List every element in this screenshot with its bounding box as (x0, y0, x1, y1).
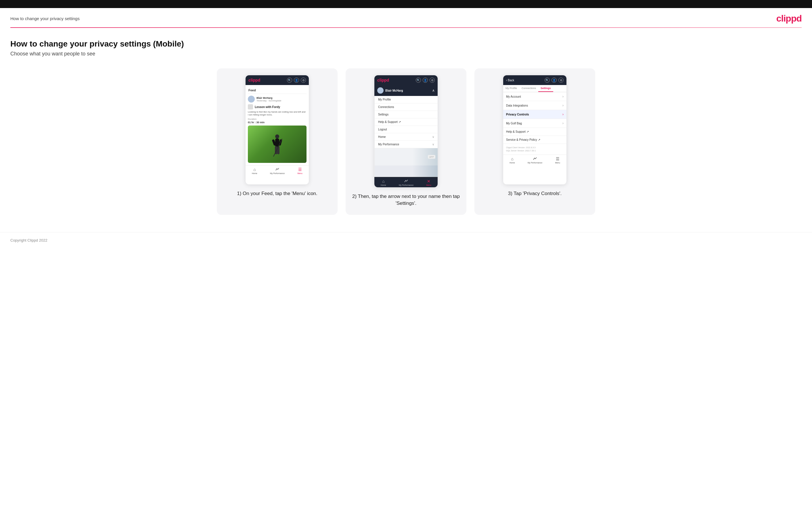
logo: clippd (776, 13, 802, 24)
home-label-3: Home (509, 162, 515, 164)
close-icon: ✕ (427, 179, 430, 183)
nav-home: ⌂ Home (252, 167, 257, 174)
page-title: How to change your privacy settings (Mob… (10, 39, 802, 49)
helpsupport-label: Help & Support ↗ (506, 130, 529, 133)
svg-point-0 (275, 134, 279, 138)
search-icon-3: 🔍 (545, 77, 550, 83)
profile-icon-2: 👤 (423, 77, 428, 83)
step-1-caption: 1) On your Feed, tap the 'Menu' icon. (237, 190, 317, 197)
lesson-icon (248, 104, 253, 109)
client-version: Clippd Client Version: 2022.8.3-3 (506, 146, 564, 149)
settings-icon-2: ⚙ (429, 77, 435, 83)
search-icon: 🔍 (287, 77, 292, 83)
tab-settings[interactable]: Settings (538, 85, 553, 92)
menu-overlay: My Profile Connections Settings Help & S… (374, 96, 438, 177)
back-button[interactable]: ‹ Back (506, 79, 514, 82)
lesson-title: Lesson with Fordy (255, 105, 280, 109)
home-label-2: Home (381, 184, 386, 186)
menu-user-name: Blair McHarg (385, 89, 403, 92)
performance-icon (275, 167, 280, 172)
menu-item-myprofile[interactable]: My Profile (375, 96, 438, 103)
menu-expand-icon: ∧ (432, 89, 435, 93)
top-bar (0, 0, 812, 8)
menu-icon: ☰ (298, 167, 302, 172)
lesson-desc: Looking to feel like my hands are exitin… (248, 111, 306, 117)
myaccount-label: My Account (506, 95, 521, 98)
nav-close[interactable]: ✕ Menu (426, 179, 431, 186)
steps-row: clippd 🔍 👤 ⚙ Feed Blair McHarg Yesterd (10, 68, 802, 215)
phone-2-bottombar: ⌂ Home My Performance ✕ Menu (374, 177, 438, 187)
duration-label: Duration (248, 118, 306, 120)
phone-2-logo: clippd (377, 78, 389, 82)
post-user-info: Blair McHarg Yesterday · Sunningdale (256, 97, 281, 102)
server-version: GQL Server Version: 2022.7.30-1 (506, 149, 564, 153)
menu-item-help[interactable]: Help & Support ↗ (375, 118, 438, 126)
home-label: Home (252, 172, 257, 174)
step-1-card: clippd 🔍 👤 ⚙ Feed Blair McHarg Yesterd (217, 68, 338, 215)
phone-3-bottombar: ⌂ Home My Performance ☰ Menu (503, 155, 566, 165)
golfer-silhouette (270, 134, 285, 163)
menu-item-settings[interactable]: Settings (375, 111, 438, 118)
menu-item-connections[interactable]: Connections (375, 103, 438, 111)
home-icon: ⌂ (253, 167, 256, 172)
menu-item-logout[interactable]: Logout (375, 126, 438, 133)
nav-menu-3[interactable]: ☰ Menu (555, 157, 560, 164)
nav-performance-3: My Performance (527, 157, 542, 164)
step-1-phone: clippd 🔍 👤 ⚙ Feed Blair McHarg Yesterd (246, 75, 309, 184)
step-3-phone: ‹ Back 🔍 👤 ⚙ My Profile Connections Sett… (503, 75, 566, 184)
performance-icon-3 (533, 157, 537, 161)
privacycontrols-label: Privacy Controls (506, 113, 529, 116)
settings-back-bar: ‹ Back 🔍 👤 ⚙ (503, 75, 566, 85)
nav-menu[interactable]: ☰ Menu (297, 167, 303, 174)
phone-2-topbar: clippd 🔍 👤 ⚙ (374, 75, 438, 85)
settings-icon: ⚙ (301, 77, 306, 83)
menu-performance-chevron: ∨ (432, 143, 434, 146)
phone-1-topbar: clippd 🔍 👤 ⚙ (246, 75, 309, 85)
performance-icon-2 (404, 179, 408, 183)
home-icon-3: ⌂ (511, 157, 513, 161)
profile-icon: 👤 (294, 77, 299, 83)
phone-3-icons: 🔍 👤 ⚙ (545, 77, 564, 83)
search-icon-2: 🔍 (416, 77, 421, 83)
step-2-card: clippd 🔍 👤 ⚙ Blair McHarg ∧ (346, 68, 466, 215)
myaccount-chevron: › (562, 95, 564, 99)
settings-item-serviceprivacy[interactable]: Service & Privacy Policy ↗ (503, 136, 566, 144)
post-header: Blair McHarg Yesterday · Sunningdale (248, 96, 306, 103)
settings-tabs: My Profile Connections Settings (503, 85, 566, 92)
dataintegrations-chevron: › (562, 103, 564, 107)
performance-label-2: My Performance (399, 184, 413, 186)
settings-item-dataintegrations[interactable]: Data Integrations › (503, 101, 566, 110)
settings-item-privacycontrols[interactable]: Privacy Controls › (503, 110, 566, 119)
settings-icon-3: ⚙ (558, 77, 564, 83)
settings-item-mygolfbag[interactable]: My Golf Bag › (503, 119, 566, 128)
settings-item-myaccount[interactable]: My Account › (503, 92, 566, 101)
menu-performance-label: My Performance (378, 143, 399, 146)
phone-1-icons: 🔍 👤 ⚙ (287, 77, 306, 83)
serviceprivacy-label: Service & Privacy Policy ↗ (506, 138, 540, 141)
golf-image (248, 125, 306, 163)
tab-myprofile[interactable]: My Profile (503, 85, 519, 92)
menu-label: Menu (297, 172, 303, 174)
performance-label: My Performance (270, 172, 285, 174)
step-3-card: ‹ Back 🔍 👤 ⚙ My Profile Connections Sett… (474, 68, 595, 215)
menu-user-row[interactable]: Blair McHarg ∧ (374, 85, 438, 96)
menu-avatar (377, 87, 384, 94)
phone-1-content: Feed Blair McHarg Yesterday · Sunningdal… (246, 85, 309, 165)
version-info: Clippd Client Version: 2022.8.3-3 GQL Se… (503, 144, 566, 155)
step-2-phone: clippd 🔍 👤 ⚙ Blair McHarg ∧ (374, 75, 438, 187)
privacycontrols-chevron: › (562, 112, 564, 116)
menu-item-home[interactable]: Home ∨ (375, 133, 438, 141)
settings-item-helpsupport[interactable]: Help & Support ↗ (503, 128, 566, 136)
menu-home-label: Home (378, 135, 386, 138)
tab-connections[interactable]: Connections (519, 85, 538, 92)
performance-label-3: My Performance (527, 162, 542, 164)
settings-list: My Account › Data Integrations › Privacy… (503, 92, 566, 144)
mygolfbag-chevron: › (562, 121, 564, 125)
menu-label-3: Menu (555, 162, 560, 164)
menu-item-performance[interactable]: My Performance ∨ (375, 141, 438, 148)
phone-2-icons: 🔍 👤 ⚙ (416, 77, 435, 83)
blurred-bg: APP (375, 148, 438, 165)
home-icon-2: ⌂ (382, 179, 385, 183)
post-name: Blair McHarg (256, 97, 281, 99)
avatar (248, 96, 255, 103)
